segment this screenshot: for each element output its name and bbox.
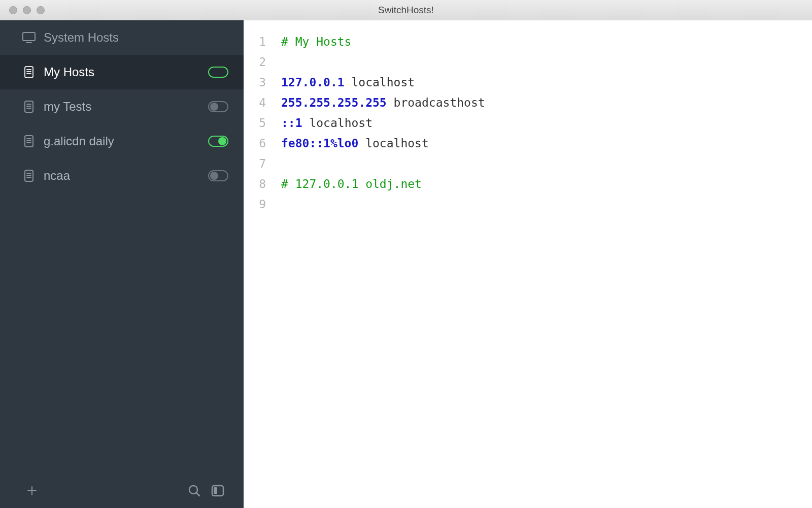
hosts-list: System HostsMy Hostsmy Testsg.alicdn dai…: [0, 20, 244, 473]
sidebar-item-2[interactable]: my Tests: [0, 89, 244, 124]
sidebar-item-4[interactable]: ncaa: [0, 158, 244, 193]
token: localhost: [302, 116, 373, 130]
token: fe80::1%lo0: [281, 137, 358, 150]
code-line[interactable]: 255.255.255.255 broadcasthost: [281, 92, 812, 113]
sidebar-item-label: System Hosts: [44, 30, 228, 45]
sidebar-item-0[interactable]: System Hosts: [0, 20, 244, 55]
sidebar-item-label: g.alicdn daily: [44, 134, 208, 148]
line-number: 4: [244, 92, 266, 113]
token: localhost: [358, 137, 428, 150]
sidebar-bottombar: [0, 473, 244, 508]
toggle-switch[interactable]: [208, 170, 228, 181]
sidebar-item-label: ncaa: [44, 169, 208, 183]
code-line[interactable]: # My Hosts: [281, 31, 812, 52]
code-line[interactable]: 127.0.0.1 localhost: [281, 72, 812, 92]
line-gutter: 123456789: [244, 20, 271, 508]
code-line[interactable]: [281, 153, 812, 174]
titlebar: SwitchHosts!: [0, 0, 812, 20]
file-icon: [21, 170, 37, 182]
window-body: System HostsMy Hostsmy Testsg.alicdn dai…: [0, 20, 812, 508]
token: 127.0.0.1: [281, 76, 345, 89]
sidebar-item-1[interactable]: My Hosts: [0, 55, 244, 89]
token: 255.255.255.255: [281, 96, 387, 109]
file-icon: [21, 66, 37, 78]
svg-rect-7: [214, 487, 217, 494]
token: broadcasthost: [387, 96, 485, 109]
sidebar: System HostsMy Hostsmy Testsg.alicdn dai…: [0, 20, 244, 508]
code-line[interactable]: # 127.0.0.1 oldj.net: [281, 174, 812, 194]
token: ::1: [281, 116, 302, 130]
window-title: SwitchHosts!: [0, 5, 812, 16]
token: localhost: [345, 76, 415, 89]
line-number: 7: [244, 153, 266, 174]
line-number: 3: [244, 72, 266, 92]
code-line[interactable]: fe80::1%lo0 localhost: [281, 133, 812, 153]
zoom-button[interactable]: [37, 6, 45, 14]
code-line[interactable]: [281, 52, 812, 72]
traffic-lights: [9, 6, 45, 14]
line-number: 2: [244, 52, 266, 72]
line-number: 8: [244, 174, 266, 194]
sidebar-item-3[interactable]: g.alicdn daily: [0, 124, 244, 158]
monitor-icon: [21, 32, 37, 43]
code-area[interactable]: # My Hosts127.0.0.1 localhost255.255.255…: [271, 20, 812, 508]
line-number: 1: [244, 31, 266, 52]
line-number: 9: [244, 194, 266, 214]
minimize-button[interactable]: [23, 6, 31, 14]
toggle-switch[interactable]: [208, 67, 228, 78]
search-button[interactable]: [183, 484, 206, 498]
add-button[interactable]: [20, 485, 44, 496]
code-line[interactable]: ::1 localhost: [281, 113, 812, 133]
editor[interactable]: 123456789 # My Hosts127.0.0.1 localhost2…: [244, 20, 812, 508]
line-number: 5: [244, 113, 266, 133]
token: # My Hosts: [281, 35, 351, 48]
sidebar-item-label: my Tests: [44, 100, 208, 114]
app-window: SwitchHosts! System HostsMy Hostsmy Test…: [0, 0, 812, 508]
panel-toggle-button[interactable]: [206, 484, 229, 497]
file-icon: [21, 101, 37, 113]
code-line[interactable]: [281, 194, 812, 214]
sidebar-item-label: My Hosts: [44, 65, 208, 79]
file-icon: [21, 135, 37, 147]
token: # 127.0.0.1 oldj.net: [281, 177, 422, 190]
line-number: 6: [244, 133, 266, 153]
svg-rect-0: [23, 33, 35, 41]
toggle-switch[interactable]: [208, 136, 228, 147]
toggle-switch[interactable]: [208, 101, 228, 112]
close-button[interactable]: [9, 6, 17, 14]
